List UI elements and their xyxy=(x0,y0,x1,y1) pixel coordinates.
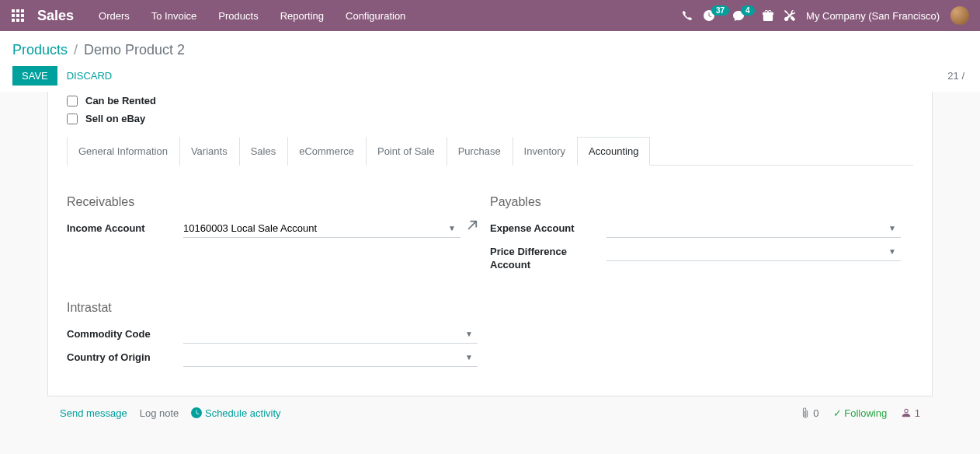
wrench-icon[interactable] xyxy=(784,10,795,21)
can-be-rented-row: Can be Rented xyxy=(67,92,913,110)
tab-variants[interactable]: Variants xyxy=(179,137,239,166)
form-tabs: General Information Variants Sales eComm… xyxy=(67,137,913,166)
expense-account-dropdown-icon[interactable]: ▼ xyxy=(884,224,901,232)
company-selector[interactable]: My Company (San Francisco) xyxy=(806,10,940,22)
apps-icon[interactable] xyxy=(6,9,30,22)
discard-button[interactable]: Discard xyxy=(57,66,122,86)
country-of-origin-dropdown-icon[interactable]: ▼ xyxy=(460,353,478,361)
menu-reporting[interactable]: Reporting xyxy=(271,2,333,30)
app-brand[interactable]: Sales xyxy=(30,8,89,24)
income-account-input[interactable] xyxy=(183,221,443,236)
expense-account-input[interactable] xyxy=(606,221,884,236)
messages-badge: 4 xyxy=(741,5,755,16)
followers-count[interactable]: 1 xyxy=(901,407,920,419)
tab-general-information[interactable]: General Information xyxy=(67,137,179,166)
menu-orders[interactable]: Orders xyxy=(89,2,139,30)
breadcrumb: Products / Demo Product 2 xyxy=(12,39,968,66)
tab-accounting[interactable]: Accounting xyxy=(577,137,650,166)
tab-inventory[interactable]: Inventory xyxy=(513,137,577,166)
country-of-origin-label: Country of Origin xyxy=(67,348,183,365)
sell-on-ebay-label[interactable]: Sell on eBay xyxy=(85,113,145,124)
income-account-external-link-icon[interactable] xyxy=(467,219,478,232)
price-difference-account-dropdown-icon[interactable]: ▼ xyxy=(884,247,901,256)
breadcrumb-current: Demo Product 2 xyxy=(84,42,185,58)
schedule-activity-label: Schedule activity xyxy=(205,407,281,419)
form-container: Can be Rented Sell on eBay General Infor… xyxy=(47,92,933,419)
control-panel: Products / Demo Product 2 Save Discard 2… xyxy=(0,31,980,92)
top-menu: Orders To Invoice Products Reporting Con… xyxy=(89,2,415,30)
chatter: Send message Log note Schedule activity … xyxy=(47,396,933,419)
price-difference-account-label: Price Difference Account xyxy=(490,243,606,272)
save-button[interactable]: Save xyxy=(12,66,57,86)
commodity-code-dropdown-icon[interactable]: ▼ xyxy=(460,330,478,338)
form-sheet: Can be Rented Sell on eBay General Infor… xyxy=(47,92,933,396)
section-payables: Payables xyxy=(490,195,901,209)
sell-on-ebay-checkbox[interactable] xyxy=(67,114,78,124)
income-account-dropdown-icon[interactable]: ▼ xyxy=(443,224,460,232)
breadcrumb-parent[interactable]: Products xyxy=(12,42,68,58)
send-message-button[interactable]: Send message xyxy=(60,407,127,419)
sell-on-ebay-row: Sell on eBay xyxy=(67,110,913,127)
breadcrumb-sep: / xyxy=(74,42,78,58)
can-be-rented-checkbox[interactable] xyxy=(67,96,78,107)
log-note-button[interactable]: Log note xyxy=(140,407,179,419)
section-receivables: Receivables xyxy=(67,195,478,209)
tab-purchase[interactable]: Purchase xyxy=(447,137,513,166)
activity-icon[interactable]: 37 xyxy=(704,10,722,21)
tab-sales[interactable]: Sales xyxy=(239,137,288,166)
commodity-code-label: Commodity Code xyxy=(67,325,183,341)
attachments-count[interactable]: 0 xyxy=(800,407,819,419)
menu-to-invoice[interactable]: To Invoice xyxy=(142,2,207,30)
gift-icon[interactable] xyxy=(763,10,773,21)
tab-content-accounting: Receivables Income Account ▼ xyxy=(67,166,913,377)
menu-configuration[interactable]: Configuration xyxy=(336,2,415,30)
tab-ecommerce[interactable]: eCommerce xyxy=(287,137,366,166)
activity-badge: 37 xyxy=(711,5,729,16)
phone-icon[interactable] xyxy=(682,10,693,21)
country-of-origin-input[interactable] xyxy=(183,350,460,365)
commodity-code-input[interactable] xyxy=(183,327,460,341)
pager[interactable]: 21 / xyxy=(947,70,968,82)
menu-products[interactable]: Products xyxy=(209,2,267,30)
user-avatar[interactable] xyxy=(950,6,969,25)
section-intrastat: Intrastat xyxy=(67,301,478,315)
following-button[interactable]: ✓ Following xyxy=(833,407,888,419)
income-account-label: Income Account xyxy=(67,219,183,236)
top-navbar: Sales Orders To Invoice Products Reporti… xyxy=(0,0,980,31)
expense-account-label: Expense Account xyxy=(490,219,606,236)
messages-icon[interactable]: 4 xyxy=(733,10,752,21)
price-difference-account-input[interactable] xyxy=(606,244,884,259)
schedule-activity-button[interactable]: Schedule activity xyxy=(191,407,280,419)
can-be-rented-label[interactable]: Can be Rented xyxy=(85,95,156,107)
tab-point-of-sale[interactable]: Point of Sale xyxy=(366,137,447,166)
